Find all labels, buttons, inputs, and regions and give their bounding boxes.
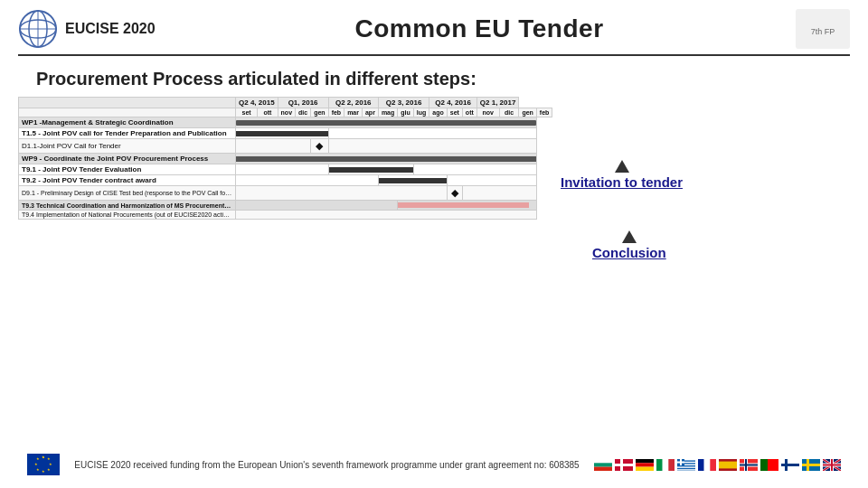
flag-denmark-icon bbox=[615, 459, 633, 471]
svg-text:★: ★ bbox=[34, 462, 38, 466]
bar-cell bbox=[398, 201, 537, 211]
sub-mar: mar bbox=[344, 108, 363, 117]
empty-cell bbox=[236, 139, 311, 154]
table-row: D1.1-Joint POV Call for Tender ◆ bbox=[19, 139, 552, 154]
empty-cell bbox=[413, 164, 536, 175]
empty-cell bbox=[236, 175, 379, 186]
svg-rect-39 bbox=[703, 459, 710, 471]
flag-france-icon bbox=[698, 459, 716, 471]
footer-text: EUCISE 2020 received funding from the Eu… bbox=[74, 460, 579, 470]
conclusion-arrow-icon bbox=[622, 230, 637, 243]
svg-rect-34 bbox=[677, 469, 695, 470]
gantt-header-sub: set ott nov dic gen feb mar apr mag giu … bbox=[19, 108, 552, 117]
empty-cell bbox=[236, 201, 398, 211]
diamond-cell: ◆ bbox=[311, 139, 328, 154]
sub-label bbox=[19, 108, 236, 117]
flag-germany-icon bbox=[636, 459, 654, 471]
gantt-header-main: Q2 4, 2015 Q1, 2016 Q2 2, 2016 Q2 3, 201… bbox=[19, 98, 552, 108]
col-label bbox=[19, 98, 236, 108]
bar-cell bbox=[236, 154, 537, 164]
eucise-logo-icon bbox=[18, 9, 58, 49]
conclusion-label: Conclusion bbox=[592, 245, 666, 260]
gantt-area: Q2 4, 2015 Q1, 2016 Q2 2, 2016 Q2 3, 201… bbox=[18, 97, 524, 296]
sub-dic2: dic bbox=[499, 108, 519, 117]
svg-rect-23 bbox=[636, 459, 654, 463]
svg-rect-28 bbox=[668, 459, 675, 471]
sub-gen1: gen bbox=[311, 108, 328, 117]
sub-ago: ago bbox=[429, 108, 447, 117]
task-label: T9.2 - Joint POV Tender contract award bbox=[19, 175, 236, 186]
right-logo-icon: 7th FP bbox=[796, 9, 850, 49]
gantt-table: Q2 4, 2015 Q1, 2016 Q2 2, 2016 Q2 3, 201… bbox=[18, 97, 552, 220]
svg-rect-27 bbox=[662, 459, 668, 471]
invitation-label: Invitation to tender bbox=[561, 174, 683, 190]
right-logo-area: 7th FP bbox=[778, 9, 850, 49]
sub-feb1: feb bbox=[328, 108, 344, 117]
flag-portugal-icon bbox=[760, 459, 778, 471]
table-row: T9.4 Implementation of National Procurem… bbox=[19, 211, 552, 220]
conclusion-annotation: Conclusion bbox=[592, 230, 666, 260]
svg-rect-37 bbox=[677, 461, 684, 463]
svg-rect-47 bbox=[740, 464, 758, 465]
main-content: Q2 4, 2015 Q1, 2016 Q2 2, 2016 Q2 3, 201… bbox=[0, 97, 868, 296]
empty-cell bbox=[328, 128, 536, 139]
col-q1-2016: Q1, 2016 bbox=[278, 98, 328, 108]
page-subtitle: Procurement Process articulated in diffe… bbox=[0, 56, 868, 97]
sub-set1: set bbox=[236, 108, 258, 117]
svg-rect-49 bbox=[768, 459, 778, 471]
footer-flags bbox=[594, 459, 841, 471]
footer: ★ ★ ★ ★ ★ ★ ★ ★ EUCISE 2020 received fun… bbox=[0, 454, 868, 475]
task-label: T1.5 - Joint POV call for Tender Prepara… bbox=[19, 128, 236, 139]
svg-rect-55 bbox=[802, 464, 820, 466]
main-title: Common EU Tender bbox=[181, 14, 778, 43]
flag-sweden-icon bbox=[802, 459, 820, 471]
col-q4-2016: Q2 4, 2016 bbox=[429, 98, 477, 108]
eu-flag-icon: ★ ★ ★ ★ ★ ★ ★ ★ bbox=[27, 454, 60, 475]
svg-text:7th FP: 7th FP bbox=[811, 27, 835, 36]
svg-rect-18 bbox=[594, 463, 612, 466]
flag-finland-icon bbox=[781, 459, 799, 471]
svg-rect-52 bbox=[781, 464, 799, 466]
svg-rect-48 bbox=[760, 459, 768, 471]
svg-rect-42 bbox=[719, 461, 737, 468]
sub-apr: apr bbox=[362, 108, 378, 117]
sub-mag: mag bbox=[378, 108, 397, 117]
col-q2-2016: Q2 2, 2016 bbox=[328, 98, 378, 108]
col-q4-2015: Q2 4, 2015 bbox=[236, 98, 278, 108]
flag-greece-icon bbox=[677, 459, 695, 471]
flag-italy-icon bbox=[656, 459, 675, 471]
table-row: T9.1 - Joint POV Tender Evaluation bbox=[19, 164, 552, 175]
svg-rect-38 bbox=[698, 459, 704, 471]
sub-nov1: nov bbox=[278, 108, 295, 117]
empty-cell bbox=[447, 175, 536, 186]
sub-nov2: nov bbox=[476, 108, 499, 117]
empty-cell bbox=[462, 186, 536, 201]
svg-rect-19 bbox=[594, 466, 612, 470]
svg-rect-33 bbox=[677, 466, 695, 467]
header: EUCISE 2020 Common EU Tender 7th FP bbox=[0, 0, 868, 54]
svg-text:★: ★ bbox=[42, 455, 45, 459]
svg-text:★: ★ bbox=[36, 467, 40, 472]
col-q3-2016: Q2 3, 2016 bbox=[378, 98, 429, 108]
annotation-area: Invitation to tender Conclusion bbox=[533, 97, 850, 296]
svg-text:★: ★ bbox=[49, 462, 52, 466]
svg-rect-40 bbox=[710, 459, 716, 471]
bar-cell bbox=[328, 164, 413, 175]
svg-text:★: ★ bbox=[42, 469, 45, 474]
eucise-title: EUCISE 2020 bbox=[65, 21, 156, 37]
empty-cell bbox=[236, 186, 448, 201]
flag-bulgaria-icon bbox=[594, 459, 612, 471]
sub-set2: set bbox=[447, 108, 462, 117]
table-row: WP1 -Management & Strategic Coordination bbox=[19, 117, 552, 128]
task-label: WP9 - Coordinate the Joint POV Procureme… bbox=[19, 154, 236, 164]
svg-rect-17 bbox=[594, 459, 612, 463]
flag-norway-icon bbox=[740, 459, 758, 471]
col-q1-2017: Q2 1, 2017 bbox=[476, 98, 519, 108]
sub-ott1: ott bbox=[258, 108, 278, 117]
task-label: WP1 -Management & Strategic Coordination bbox=[19, 117, 236, 128]
svg-text:★: ★ bbox=[47, 467, 51, 472]
table-row: T9.2 - Joint POV Tender contract award bbox=[19, 175, 552, 186]
table-row: T9.3 Technical Coordination and Harmoniz… bbox=[19, 201, 552, 211]
svg-rect-26 bbox=[656, 459, 663, 471]
task-label: T9.4 Implementation of National Procurem… bbox=[19, 211, 236, 220]
